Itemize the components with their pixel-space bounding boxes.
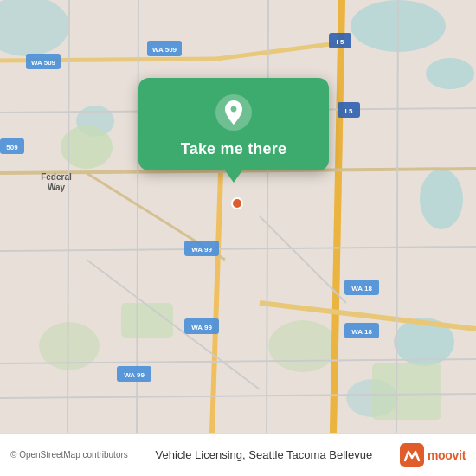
location-name: Vehicle Licensing, Seattle Tacoma Bellev…: [156, 448, 373, 461]
svg-point-53: [232, 198, 242, 209]
location-info: Vehicle Licensing, Seattle Tacoma Bellev…: [156, 448, 373, 461]
map-popup[interactable]: Take me there: [138, 78, 329, 170]
moovit-logo: moovit: [400, 443, 466, 467]
svg-text:I 5: I 5: [337, 38, 344, 46]
popup-label: Take me there: [181, 140, 286, 158]
svg-rect-9: [121, 303, 173, 338]
svg-text:WA 99: WA 99: [191, 324, 212, 331]
map-svg: WA 509 WA 509 509 I 5 I 5 WA 99 WA 99 WA…: [0, 0, 476, 433]
svg-text:WA 99: WA 99: [191, 246, 212, 254]
svg-rect-55: [400, 443, 424, 467]
svg-text:WA 99: WA 99: [124, 371, 145, 379]
svg-text:WA 18: WA 18: [351, 285, 372, 293]
svg-text:Federal: Federal: [41, 172, 72, 182]
svg-point-3: [420, 169, 463, 229]
attribution-text: © OpenStreetMap contributors: [10, 450, 128, 460]
svg-text:Way: Way: [48, 183, 66, 192]
svg-point-10: [268, 320, 338, 372]
location-pin-icon: [215, 93, 253, 132]
map-container: WA 509 WA 509 509 I 5 I 5 WA 99 WA 99 WA…: [0, 0, 476, 433]
svg-text:WA 509: WA 509: [31, 59, 56, 67]
moovit-text: moovit: [428, 448, 466, 462]
svg-point-2: [426, 58, 474, 89]
svg-text:I 5: I 5: [345, 107, 353, 115]
moovit-icon: [400, 443, 424, 467]
attribution: © OpenStreetMap contributors: [10, 450, 128, 460]
svg-text:509: 509: [6, 144, 18, 151]
svg-rect-11: [372, 363, 441, 420]
svg-text:WA 509: WA 509: [152, 46, 177, 54]
bottom-bar: © OpenStreetMap contributors Vehicle Lic…: [0, 433, 476, 476]
svg-text:WA 18: WA 18: [351, 328, 372, 336]
